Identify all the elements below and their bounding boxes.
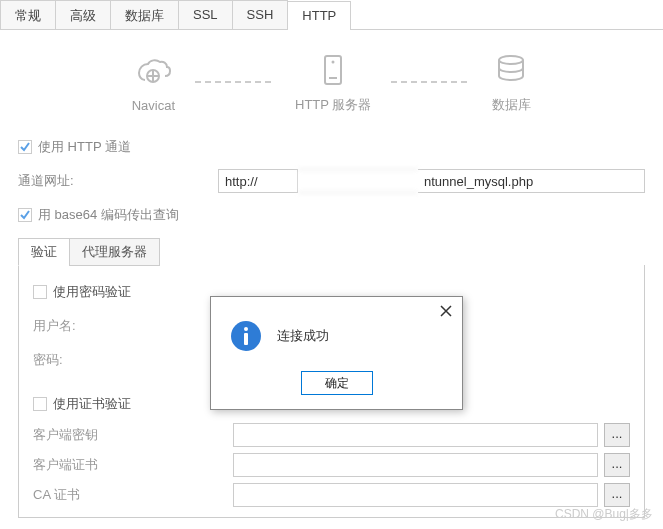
username-label: 用户名: bbox=[33, 317, 223, 335]
client-key-input[interactable] bbox=[233, 423, 598, 447]
redacted-host bbox=[298, 169, 418, 193]
client-cert-browse-button[interactable]: ... bbox=[604, 453, 630, 477]
tunnel-url-suffix[interactable] bbox=[418, 169, 645, 193]
navicat-label: Navicat bbox=[132, 98, 175, 113]
database-icon bbox=[491, 50, 531, 90]
svg-point-2 bbox=[332, 61, 335, 64]
database-label: 数据库 bbox=[492, 96, 531, 114]
dialog-ok-button[interactable]: 确定 bbox=[301, 371, 373, 395]
base64-label: 用 base64 编码传出查询 bbox=[38, 206, 179, 224]
diagram-line bbox=[195, 81, 275, 83]
http-server-node: HTTP 服务器 bbox=[295, 50, 371, 114]
use-http-tunnel-label: 使用 HTTP 通道 bbox=[38, 138, 131, 156]
use-cert-label: 使用证书验证 bbox=[53, 395, 131, 413]
server-icon bbox=[313, 50, 353, 90]
password-label: 密码: bbox=[33, 351, 223, 369]
use-http-tunnel-checkbox[interactable] bbox=[18, 140, 32, 154]
ca-cert-input[interactable] bbox=[233, 483, 598, 507]
subtab-auth[interactable]: 验证 bbox=[18, 238, 70, 266]
svg-rect-1 bbox=[325, 56, 341, 84]
use-password-checkbox[interactable] bbox=[33, 285, 47, 299]
diagram-line bbox=[391, 81, 471, 83]
tab-ssh[interactable]: SSH bbox=[232, 0, 289, 29]
ca-cert-browse-button[interactable]: ... bbox=[604, 483, 630, 507]
navicat-icon bbox=[133, 52, 173, 92]
database-node: 数据库 bbox=[491, 50, 531, 114]
client-key-browse-button[interactable]: ... bbox=[604, 423, 630, 447]
tab-ssl[interactable]: SSL bbox=[178, 0, 233, 29]
http-server-label: HTTP 服务器 bbox=[295, 96, 371, 114]
sub-tabs: 验证 代理服务器 bbox=[18, 238, 645, 266]
main-tabs: 常规 高级 数据库 SSL SSH HTTP bbox=[0, 0, 663, 30]
tunnel-url-label: 通道网址: bbox=[18, 172, 218, 190]
client-cert-label: 客户端证书 bbox=[33, 456, 233, 474]
tab-general[interactable]: 常规 bbox=[0, 0, 56, 29]
close-icon bbox=[438, 303, 454, 319]
navicat-node: Navicat bbox=[132, 52, 175, 113]
dialog-message: 连接成功 bbox=[277, 327, 329, 345]
tunnel-url-input[interactable] bbox=[218, 169, 298, 193]
svg-point-4 bbox=[499, 56, 523, 64]
connection-diagram: Navicat HTTP 服务器 数据库 bbox=[0, 30, 663, 124]
message-dialog: 连接成功 确定 bbox=[210, 296, 463, 410]
svg-point-6 bbox=[244, 327, 248, 331]
use-cert-checkbox[interactable] bbox=[33, 397, 47, 411]
client-key-label: 客户端密钥 bbox=[33, 426, 233, 444]
subtab-proxy[interactable]: 代理服务器 bbox=[69, 238, 160, 266]
tab-advanced[interactable]: 高级 bbox=[55, 0, 111, 29]
watermark: CSDN @Bug|多多 bbox=[555, 506, 653, 523]
tab-http[interactable]: HTTP bbox=[287, 1, 351, 30]
svg-rect-7 bbox=[244, 333, 248, 345]
tab-database[interactable]: 数据库 bbox=[110, 0, 179, 29]
ca-cert-label: CA 证书 bbox=[33, 486, 233, 504]
info-icon bbox=[229, 319, 263, 353]
client-cert-input[interactable] bbox=[233, 453, 598, 477]
use-password-label: 使用密码验证 bbox=[53, 283, 131, 301]
base64-checkbox[interactable] bbox=[18, 208, 32, 222]
dialog-close-button[interactable] bbox=[438, 303, 454, 319]
